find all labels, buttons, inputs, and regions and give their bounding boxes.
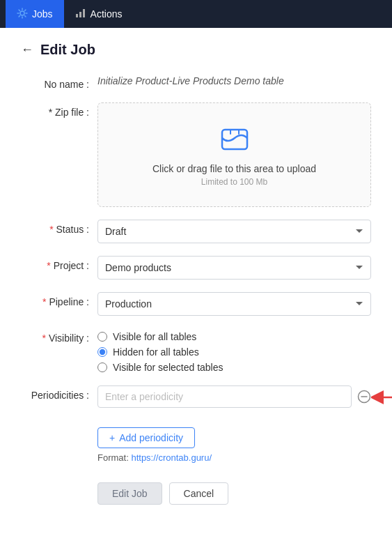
page-title: Edit Job [40, 42, 95, 58]
no-name-value: Initialize Product-Live Products Demo ta… [97, 71, 284, 86]
top-navigation: Jobs Actions [0, 0, 392, 28]
add-periodicity-label: Add periodicity [119, 432, 183, 443]
project-label: Project : [21, 256, 97, 271]
upload-icon [218, 123, 251, 156]
visibility-radio-group: Visible for all tables Hidden for all ta… [97, 328, 371, 373]
no-name-value-wrap: Initialize Product-Live Products Demo ta… [97, 75, 371, 87]
periodicities-row: Periodicities : [21, 385, 371, 408]
status-row: Status : Draft Active Archived [21, 220, 371, 243]
visibility-selected-label: Visible for selected tables [113, 362, 224, 373]
minus-circle-icon [357, 390, 371, 404]
visibility-radio-hidden[interactable] [97, 347, 107, 357]
visibility-hidden-tables[interactable]: Hidden for all tables [97, 346, 371, 358]
pipeline-label: Pipeline : [21, 292, 97, 307]
visibility-row: Visibility : Visible for all tables Hidd… [21, 328, 371, 373]
svg-rect-2 [79, 12, 81, 17]
zip-file-label: * Zip file : [21, 102, 97, 118]
visibility-radio-all[interactable] [97, 332, 107, 342]
zip-file-row: * Zip file : Click or drag file to this … [21, 102, 371, 207]
visibility-all-tables[interactable]: Visible for all tables [97, 331, 371, 342]
pipeline-select-wrap: Production Staging Development [97, 292, 371, 316]
periodicity-input[interactable] [97, 385, 352, 408]
visibility-label: Visibility : [21, 328, 97, 344]
crontab-link[interactable]: https://crontab.guru/ [131, 452, 212, 463]
svg-rect-1 [76, 14, 78, 17]
add-icon: + [109, 432, 115, 443]
actions-icon [75, 8, 86, 20]
add-periodicity-wrap: + Add periodicity Format: https://cronta… [97, 420, 371, 463]
back-button[interactable]: ← [21, 43, 33, 57]
pipeline-row: Pipeline : Production Staging Developmen… [21, 292, 371, 316]
periodicities-input-wrap [97, 385, 371, 408]
svg-rect-4 [222, 130, 247, 149]
add-periodicity-row: + Add periodicity Format: https://cronta… [21, 420, 371, 463]
status-label: Status : [21, 220, 97, 235]
project-select[interactable]: Demo products Other project [97, 256, 371, 280]
project-row: Project : Demo products Other project [21, 256, 371, 280]
cancel-button[interactable]: Cancel [169, 482, 229, 505]
upload-text: Click or drag file to this area to uploa… [109, 163, 359, 174]
status-select-wrap: Draft Active Archived [97, 220, 371, 243]
red-arrow-annotation [371, 387, 392, 408]
nav-actions-label: Actions [91, 8, 123, 20]
nav-jobs-label: Jobs [32, 8, 53, 20]
upload-limit: Limited to 100 Mb [109, 177, 359, 187]
pipeline-select[interactable]: Production Staging Development [97, 292, 371, 316]
svg-point-0 [20, 11, 24, 15]
project-select-wrap: Demo products Other project [97, 256, 371, 280]
format-text: Format: https://crontab.guru/ [97, 452, 371, 463]
format-label: Format: [97, 452, 129, 463]
remove-periodicity-button[interactable] [357, 390, 371, 404]
visibility-selected-tables[interactable]: Visible for selected tables [97, 362, 371, 373]
nav-item-actions[interactable]: Actions [64, 0, 134, 28]
edit-job-button[interactable]: Edit Job [97, 482, 162, 505]
status-select[interactable]: Draft Active Archived [97, 220, 371, 243]
visibility-all-label: Visible for all tables [113, 331, 196, 342]
visibility-hidden-label: Hidden for all tables [113, 346, 199, 358]
page-content: ← Edit Job No name : Initialize Product-… [0, 28, 392, 519]
page-header: ← Edit Job [21, 42, 371, 58]
periodicity-entry-row [97, 385, 371, 408]
visibility-radio-selected[interactable] [97, 362, 107, 372]
add-periodicity-button[interactable]: + Add periodicity [97, 427, 195, 448]
svg-rect-3 [83, 9, 85, 17]
nav-item-jobs[interactable]: Jobs [6, 0, 64, 28]
upload-area-wrap: Click or drag file to this area to uploa… [97, 102, 371, 207]
no-name-row: No name : Initialize Product-Live Produc… [21, 75, 371, 90]
periodicities-label: Periodicities : [21, 385, 97, 401]
no-name-label: No name : [21, 75, 97, 90]
jobs-icon [17, 8, 28, 21]
upload-dropzone[interactable]: Click or drag file to this area to uploa… [97, 102, 371, 207]
add-periodicity-spacer [21, 420, 97, 425]
form-footer: Edit Job Cancel [21, 482, 371, 505]
